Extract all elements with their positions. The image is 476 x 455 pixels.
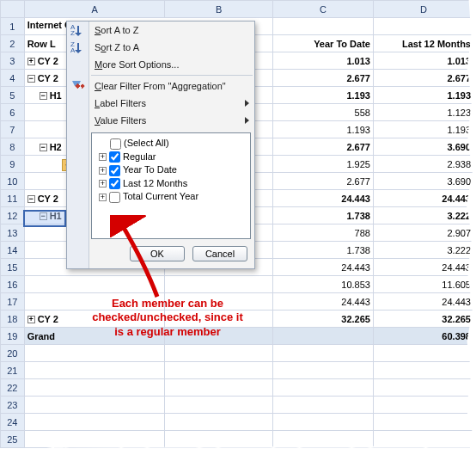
value-cell[interactable]: 1.123 (373, 104, 473, 121)
cancel-button[interactable]: Cancel (192, 246, 247, 261)
row-header[interactable]: 19 (1, 328, 25, 345)
row-header[interactable]: 17 (1, 293, 25, 311)
clear-filter-icon (70, 80, 82, 90)
sort-z-to-a[interactable]: Sort Z to A (67, 39, 254, 56)
row-header[interactable]: 2 (1, 35, 25, 52)
value-cell[interactable]: 10.853 (272, 276, 373, 293)
value-cell[interactable] (272, 328, 373, 345)
value-cell[interactable]: 11.605 (373, 276, 473, 293)
value-cell[interactable]: 60.398 (373, 328, 473, 345)
select-all-corner[interactable] (1, 1, 25, 18)
value-cell[interactable]: 788 (272, 224, 373, 242)
sort-desc-icon (70, 41, 84, 55)
value-cell[interactable]: 1.193 (272, 121, 373, 138)
tree-item[interactable]: (Select All) (95, 137, 247, 151)
tree-item[interactable]: +Regular (95, 151, 247, 164)
row-header[interactable]: 7 (1, 121, 25, 138)
value-cell[interactable]: 3.222 (373, 242, 473, 259)
row-header[interactable]: 21 (1, 362, 25, 379)
row-header[interactable]: 1 (1, 18, 25, 35)
row-header[interactable]: 3 (1, 52, 25, 70)
value-cell[interactable]: 3.690 (373, 173, 473, 190)
clear-filter[interactable]: Clear Filter From "Aggregation" (67, 77, 254, 95)
member-checkbox[interactable] (109, 178, 120, 189)
col-ytd[interactable]: Year To Date (272, 35, 373, 52)
value-cell[interactable]: 24.443 (373, 259, 473, 276)
row-header[interactable]: 18 (1, 311, 25, 328)
value-cell[interactable]: 24.443 (272, 259, 373, 276)
row-header[interactable]: 22 (1, 379, 25, 397)
outline-toggle-icon[interactable]: − (27, 195, 35, 203)
sort-a-to-z[interactable]: Sort A to Z (67, 22, 254, 39)
member-checkbox[interactable] (109, 192, 120, 203)
row-header[interactable]: 8 (1, 138, 25, 156)
outline-toggle-icon[interactable]: + (27, 316, 35, 323)
col-l12m[interactable]: Last 12 Months (373, 35, 473, 52)
row-header[interactable]: 13 (1, 224, 25, 242)
row-header[interactable]: 10 (1, 173, 25, 190)
value-cell[interactable]: 3.222 (373, 207, 473, 224)
member-label: Last 12 Months (123, 178, 187, 188)
row-header[interactable]: 4 (1, 70, 25, 87)
value-cell[interactable]: 3.690 (373, 138, 473, 156)
member-checkbox[interactable] (110, 138, 121, 150)
row-header[interactable]: 25 (1, 431, 25, 448)
value-cell[interactable]: 1.193 (272, 87, 373, 104)
row-header[interactable]: 5 (1, 87, 25, 104)
row-header[interactable]: 11 (1, 190, 25, 207)
col-header-B[interactable]: B (165, 1, 273, 18)
tree-item[interactable]: +Last 12 Months (95, 177, 247, 191)
value-cell[interactable]: 558 (272, 104, 373, 121)
row-header[interactable]: 23 (1, 397, 25, 414)
value-cell[interactable]: 2.677 (373, 70, 473, 87)
value-cell[interactable]: 2.677 (272, 173, 373, 190)
value-cell[interactable]: 1.193 (373, 87, 473, 104)
value-cell[interactable]: 1.925 (272, 156, 373, 173)
outline-toggle-icon[interactable]: + (27, 58, 35, 65)
value-cell[interactable]: 1.013 (373, 52, 473, 70)
outline-toggle-icon[interactable]: − (40, 92, 47, 100)
value-cell[interactable]: 2.907 (373, 224, 473, 242)
row-header[interactable]: 20 (1, 345, 25, 362)
col-header-C[interactable]: C (272, 1, 373, 18)
tree-item[interactable]: +Year To Date (95, 163, 247, 177)
row-header[interactable]: 12 (1, 207, 25, 224)
row-header[interactable]: 24 (1, 414, 25, 431)
ok-button[interactable]: OK (130, 246, 185, 261)
col-header-D[interactable]: D (373, 1, 473, 18)
member-checkbox[interactable] (109, 165, 120, 176)
value-cell[interactable]: 32.265 (373, 311, 473, 328)
value-cell[interactable]: 2.677 (272, 138, 373, 156)
col-header-A[interactable]: A (24, 1, 165, 18)
row-header[interactable]: 15 (1, 259, 25, 276)
value-cell[interactable]: 24.443 (373, 293, 473, 311)
value-cell[interactable]: 24.443 (272, 293, 373, 311)
value-cell[interactable]: 32.265 (272, 311, 373, 328)
row-header[interactable]: 6 (1, 104, 25, 121)
value-cell[interactable]: 1.738 (272, 207, 373, 224)
row-label[interactable] (24, 276, 165, 293)
value-cell[interactable]: 1.013 (272, 52, 373, 70)
member-label: Total Current Year (123, 191, 198, 201)
row-header[interactable]: 16 (1, 276, 25, 293)
expand-icon[interactable]: + (99, 153, 107, 161)
outline-toggle-icon[interactable]: − (40, 144, 47, 151)
value-cell[interactable]: 24.443 (373, 190, 473, 207)
value-cell[interactable]: 24.443 (272, 190, 373, 207)
expand-icon[interactable]: + (99, 180, 107, 188)
expand-icon[interactable]: + (99, 194, 107, 201)
outline-toggle-icon[interactable]: − (27, 75, 35, 83)
row-header[interactable]: 14 (1, 242, 25, 259)
value-cell[interactable]: 1.738 (272, 242, 373, 259)
expand-icon[interactable]: + (99, 167, 107, 175)
value-cell[interactable]: 2.677 (272, 70, 373, 87)
value-cell[interactable]: 1.193 (373, 121, 473, 138)
value-cell[interactable]: 2.938 (373, 156, 473, 173)
row-header[interactable]: 9 (1, 156, 25, 173)
filter-menu: Sort A to Z Sort Z to A More Sort Option… (66, 21, 255, 269)
value-filters[interactable]: Value Filters (67, 112, 254, 129)
member-checkbox[interactable] (109, 151, 120, 163)
tree-item[interactable]: +Total Current Year (95, 190, 247, 204)
more-sort-options[interactable]: More Sort Options... (67, 56, 254, 73)
label-filters[interactable]: Label Filters (67, 95, 254, 112)
